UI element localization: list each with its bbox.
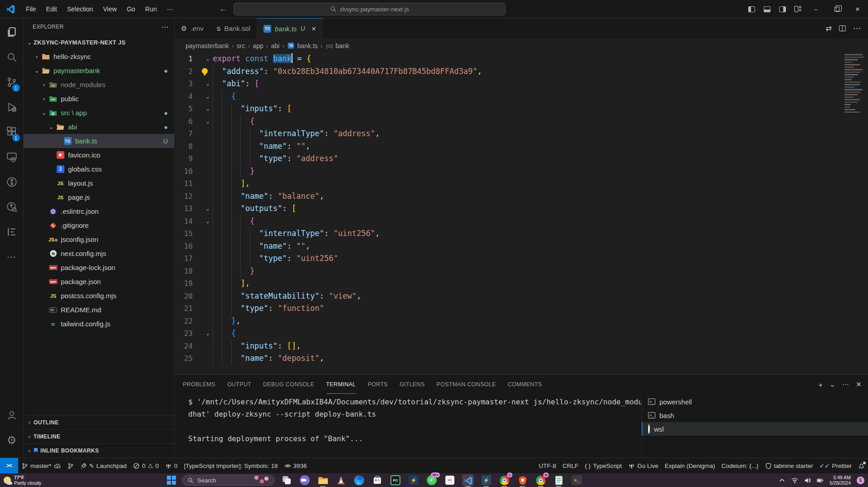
taskbar-chrome-c-icon[interactable]: C	[498, 474, 510, 486]
activity-run-and-debug-icon[interactable]	[1, 96, 23, 118]
code-line-4[interactable]: 4⌄{	[175, 90, 868, 103]
wifi-icon[interactable]	[791, 477, 798, 484]
code-line-6[interactable]: 6⌄{	[175, 115, 868, 128]
tree-root-folder[interactable]: ⌄ZKSYNC-PAYMASTER-NEXT JS	[24, 35, 174, 49]
sidebar-section-inline-bookmarks[interactable]: ›INLINE BOOKMARKS	[24, 443, 174, 457]
taskbar-edge-icon[interactable]	[353, 474, 365, 486]
fold-chevron-icon[interactable]: ⌄	[203, 78, 213, 90]
panel-tab-terminal[interactable]: TERMINAL	[326, 375, 356, 394]
panel-tab-comments[interactable]: COMMENTS	[507, 375, 541, 394]
taskbar-terminal-app-icon[interactable]: >_	[571, 474, 583, 486]
breadcrumb-item-src[interactable]: src	[237, 42, 245, 49]
tree-item-package.json[interactable]: npmpackage.json	[24, 275, 174, 289]
code-line-17[interactable]: 17"type": "uint256"	[175, 252, 868, 265]
taskbar-notepad-plus-icon[interactable]	[553, 474, 565, 486]
menu-edit[interactable]: Edit	[41, 3, 62, 15]
terminal-profile-dropdown-icon[interactable]: ⌄	[829, 380, 835, 389]
code-line-22[interactable]: 22},	[175, 315, 868, 328]
restore-button[interactable]	[826, 0, 847, 18]
tree-item-.eslintrc.json[interactable]: .eslintrc.json	[24, 204, 174, 218]
status-git-compare[interactable]	[64, 458, 77, 473]
command-center-search[interactable]: zksync-paymaster-next js	[234, 3, 506, 15]
close-button[interactable]: ✕	[847, 0, 868, 18]
activity-more-views-icon[interactable]: ⋯	[1, 246, 23, 268]
taskbar-vlc-icon[interactable]	[335, 474, 347, 486]
tray-chevron-up-icon[interactable]	[779, 477, 785, 484]
taskbar-teams-chat-icon[interactable]	[299, 474, 311, 486]
tree-item-node-modules[interactable]: ›JSnode_modules	[24, 78, 174, 92]
tree-item-package-lock.json[interactable]: npmpackage-lock.json	[24, 261, 174, 275]
code-line-18[interactable]: 18}	[175, 265, 868, 278]
status-encoding[interactable]: UTF-8	[536, 458, 559, 473]
tree-item-globals.css[interactable]: 3globals.css	[24, 162, 174, 176]
panel-more-actions-icon[interactable]: ⋯	[842, 380, 849, 389]
back-arrow-icon[interactable]: ←	[219, 4, 227, 14]
code-line-9[interactable]: 9"type": "address"	[175, 152, 868, 165]
tree-item-favicon.ico[interactable]: ★favicon.ico	[24, 148, 174, 162]
sidebar-section-outline[interactable]: ›OUTLINE	[24, 415, 174, 429]
minimap[interactable]	[842, 53, 868, 374]
taskbar-task-view-icon[interactable]	[281, 474, 293, 486]
status-language-mode[interactable]: { }TypeScript	[582, 458, 625, 473]
toggle-secondary-sidebar-icon[interactable]	[775, 2, 789, 16]
taskbar-snipping-tool-icon[interactable]: ✂	[444, 474, 456, 486]
tree-item-tailwind.config.js[interactable]: ≈tailwind.config.js	[24, 317, 174, 331]
activity-extensions-icon[interactable]: 1	[1, 121, 23, 143]
code-editor[interactable]: 1⌄export const bank = {2"address": "0xcb…	[175, 53, 868, 374]
sidebar-section-timeline[interactable]: ›TIMELINE	[24, 429, 174, 443]
panel-tab-output[interactable]: OUTPUT	[227, 375, 251, 394]
code-line-3[interactable]: 3⌄"abi": [	[175, 78, 868, 90]
status-remote-indicator[interactable]: ><	[0, 458, 18, 473]
activity-gitlens-icon[interactable]	[1, 171, 23, 193]
taskbar-mobaxterm-icon[interactable]: ⚡	[408, 474, 419, 486]
tree-item-public[interactable]: ›public	[24, 92, 174, 106]
panel-tab-postman-console[interactable]: POSTMAN CONSOLE	[437, 375, 496, 394]
code-line-25[interactable]: 25"name": "deposit",	[175, 352, 868, 365]
terminal-profile-powershell[interactable]: >_powershell	[642, 395, 868, 408]
taskbar-brave-icon[interactable]	[517, 474, 528, 486]
tree-item-paymasterbank[interactable]: ⌄paymasterbank●	[24, 64, 174, 78]
status-prettier[interactable]: ✓✓Prettier	[816, 458, 855, 473]
tree-item-abi[interactable]: ⌄abi●	[24, 120, 174, 134]
tree-item-bank.ts[interactable]: TSbank.tsU	[24, 134, 174, 148]
code-line-24[interactable]: 24"inputs": [],	[175, 340, 868, 353]
panel-tab-gitlens[interactable]: GITLENS	[400, 375, 425, 394]
code-line-13[interactable]: 13⌄"outputs": [	[175, 202, 868, 215]
taskbar-chrome-b-icon[interactable]: B	[535, 474, 546, 486]
toggle-panel-icon[interactable]	[760, 2, 774, 16]
status-codeium[interactable]: Codeium: {...}	[718, 458, 762, 473]
activity-structure-icon[interactable]	[1, 221, 23, 243]
status-tabnine[interactable]: tabnine starter	[762, 458, 816, 473]
code-line-23[interactable]: 23⌄{	[175, 327, 868, 340]
open-changes-icon[interactable]: ⇄	[826, 24, 832, 33]
taskbar-vscode-icon[interactable]	[462, 474, 474, 486]
status-problems[interactable]: 0⚠0	[130, 458, 162, 473]
breadcrumb-item-bank[interactable]: [∅]bank	[326, 42, 349, 49]
code-line-10[interactable]: 10}	[175, 165, 868, 178]
status-counter[interactable]: 3936	[281, 458, 310, 473]
code-line-7[interactable]: 7"internalType": "address",	[175, 128, 868, 140]
tree-item-page.js[interactable]: JSpage.js	[24, 190, 174, 204]
fold-chevron-icon[interactable]: ⌄	[203, 53, 213, 65]
clock[interactable]: 5:49 AM 5/28/2024	[829, 475, 851, 486]
code-line-1[interactable]: 1⌄export const bank = {	[175, 53, 868, 65]
code-line-11[interactable]: 11],	[175, 177, 868, 190]
menu-file[interactable]: File	[21, 3, 41, 15]
explorer-more-actions-icon[interactable]: ⋯	[161, 23, 169, 31]
status-broadcast-count[interactable]: 0	[162, 458, 181, 473]
tree-item-postcss.config.mjs[interactable]: JSpostcss.config.mjs	[24, 289, 174, 303]
tree-item-next.config.mjs[interactable]: Nnext.config.mjs	[24, 246, 174, 261]
battery-icon[interactable]	[817, 477, 824, 484]
taskbar-pycharm-icon[interactable]: PC	[390, 474, 401, 486]
code-line-14[interactable]: 14⌄{	[175, 215, 868, 228]
activity-account-icon[interactable]	[1, 404, 23, 427]
code-line-16[interactable]: 16"name": "",	[175, 240, 868, 253]
activity-explorer-icon[interactable]	[1, 21, 23, 44]
activity-settings-icon[interactable]: ⚙	[1, 429, 23, 452]
taskbar-file-explorer-icon[interactable]	[317, 474, 329, 486]
lightbulb-icon[interactable]	[202, 68, 208, 74]
fold-chevron-icon[interactable]: ⌄	[203, 103, 213, 115]
fold-chevron-icon[interactable]: ⌄	[203, 327, 213, 340]
fold-chevron-icon[interactable]: ⌄	[203, 115, 213, 128]
tree-item-hello-zksync[interactable]: ›hello-zksync	[24, 49, 174, 64]
